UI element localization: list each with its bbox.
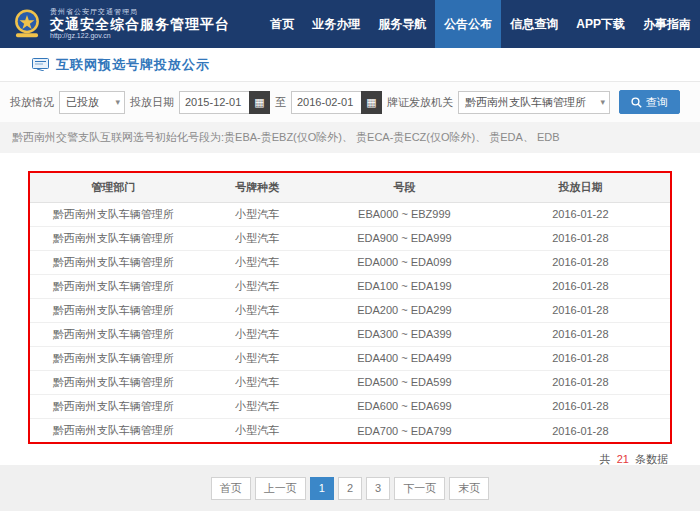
date-range-separator: 至 — [275, 95, 286, 110]
cell-date: 2016-01-28 — [491, 250, 670, 274]
nav-item-home[interactable]: 首页 — [261, 0, 303, 48]
title-bar: 互联网预选号牌投放公示 — [0, 48, 700, 82]
brand-text: 贵州省公安厅交通管理局 交通安全综合服务管理平台 http://gz.122.g… — [50, 8, 230, 40]
cell-plate-type: 小型汽车 — [196, 418, 318, 442]
cell-date: 2016-01-28 — [491, 394, 670, 418]
table-row: 黔西南州支队车辆管理所小型汽车EDA500 ~ EDA5992016-01-28 — [30, 370, 670, 394]
cell-range: EDA000 ~ EDA099 — [318, 250, 491, 274]
column-header: 投放日期 — [491, 173, 670, 202]
cell-date: 2016-01-28 — [491, 226, 670, 250]
record-count-number: 21 — [617, 453, 629, 465]
cell-plate-type: 小型汽车 — [196, 394, 318, 418]
page-button-page-1[interactable]: 1 — [310, 477, 334, 500]
cell-plate-type: 小型汽车 — [196, 346, 318, 370]
cell-range: EDA500 ~ EDA599 — [318, 370, 491, 394]
table-row: 黔西南州支队车辆管理所小型汽车EDA400 ~ EDA4992016-01-28 — [30, 346, 670, 370]
cell-date: 2016-01-28 — [491, 274, 670, 298]
cell-plate-type: 小型汽车 — [196, 202, 318, 226]
page-button-next[interactable]: 下一页 — [394, 477, 445, 500]
site-url: http://gz.122.gov.cn — [50, 32, 230, 40]
cell-dept: 黔西南州支队车辆管理所 — [30, 202, 196, 226]
page-button-page-3[interactable]: 3 — [366, 477, 390, 500]
date-to-group: ▦ — [291, 91, 382, 114]
cell-plate-type: 小型汽车 — [196, 298, 318, 322]
page-title: 互联网预选号牌投放公示 — [56, 56, 210, 74]
cell-date: 2016-01-28 — [491, 298, 670, 322]
status-select[interactable]: 已投放 ▾ — [59, 91, 125, 114]
column-header: 管理部门 — [30, 173, 196, 202]
main-nav: 首页业务办理服务导航公告公布信息查询APP下载办事指南 — [261, 0, 700, 48]
cell-date: 2016-01-28 — [491, 370, 670, 394]
cell-range: EDA400 ~ EDA499 — [318, 346, 491, 370]
record-count-prefix: 共 — [600, 453, 611, 465]
nav-item-app-download[interactable]: APP下载 — [567, 0, 634, 48]
nav-item-service-guide[interactable]: 服务导航 — [369, 0, 435, 48]
chevron-down-icon: ▾ — [115, 97, 120, 107]
table-row: 黔西南州支队车辆管理所小型汽车EDA300 ~ EDA3992016-01-28 — [30, 322, 670, 346]
cell-plate-type: 小型汽车 — [196, 226, 318, 250]
page-button-prev[interactable]: 上一页 — [255, 477, 306, 500]
brand: 贵州省公安厅交通管理局 交通安全综合服务管理平台 http://gz.122.g… — [10, 0, 230, 48]
nav-item-work-guide[interactable]: 办事指南 — [634, 0, 700, 48]
table-row: 黔西南州支队车辆管理所小型汽车EDA900 ~ EDA9992016-01-28 — [30, 226, 670, 250]
chevron-down-icon: ▾ — [600, 97, 605, 107]
agency-name: 贵州省公安厅交通管理局 — [50, 8, 230, 16]
table-row: 黔西南州支队车辆管理所小型汽车EBA000 ~ EBZ9992016-01-22 — [30, 202, 670, 226]
pagination: 首页上一页123下一页末页 — [211, 477, 489, 500]
page-button-page-2[interactable]: 2 — [338, 477, 362, 500]
cell-dept: 黔西南州支队车辆管理所 — [30, 226, 196, 250]
cell-range: EDA300 ~ EDA399 — [318, 322, 491, 346]
cell-dept: 黔西南州支队车辆管理所 — [30, 250, 196, 274]
org-select[interactable]: 黔西南州支队车辆管理所 ▾ — [458, 91, 610, 114]
page-button-last[interactable]: 末页 — [449, 477, 489, 500]
cell-plate-type: 小型汽车 — [196, 250, 318, 274]
header: 贵州省公安厅交通管理局 交通安全综合服务管理平台 http://gz.122.g… — [0, 0, 700, 48]
nav-item-announcements[interactable]: 公告公布 — [435, 0, 501, 48]
cell-dept: 黔西南州支队车辆管理所 — [30, 418, 196, 442]
status-select-value: 已投放 — [66, 95, 99, 110]
search-button[interactable]: 查询 — [619, 90, 680, 114]
cell-range: EDA200 ~ EDA299 — [318, 298, 491, 322]
page-button-first[interactable]: 首页 — [211, 477, 251, 500]
cell-date: 2016-01-22 — [491, 202, 670, 226]
date-to-input[interactable] — [291, 91, 361, 114]
table-header-row: 管理部门号牌种类号段投放日期 — [30, 173, 670, 202]
cell-range: EDA600 ~ EDA699 — [318, 394, 491, 418]
cell-plate-type: 小型汽车 — [196, 322, 318, 346]
column-header: 号段 — [318, 173, 491, 202]
cell-date: 2016-01-28 — [491, 346, 670, 370]
table-row: 黔西南州支队车辆管理所小型汽车EDA700 ~ EDA7992016-01-28 — [30, 418, 670, 442]
table-row: 黔西南州支队车辆管理所小型汽车EDA200 ~ EDA2992016-01-28 — [30, 298, 670, 322]
org-filter-label: 牌证发放机关 — [387, 95, 453, 110]
police-badge-logo — [10, 7, 44, 41]
date-from-group: ▦ — [179, 91, 270, 114]
segment-notice: 黔西南州交警支队互联网选号初始化号段为:贵EBA-贵EBZ(仅O除外)、 贵EC… — [0, 122, 700, 153]
cell-plate-type: 小型汽车 — [196, 370, 318, 394]
nav-item-info-query[interactable]: 信息查询 — [501, 0, 567, 48]
filter-bar: 投放情况 已投放 ▾ 投放日期 ▦ 至 ▦ 牌证发放机关 黔西南州支队车辆管理所… — [0, 82, 700, 122]
calendar-icon[interactable]: ▦ — [361, 91, 382, 114]
cell-dept: 黔西南州支队车辆管理所 — [30, 394, 196, 418]
cell-dept: 黔西南州支队车辆管理所 — [30, 346, 196, 370]
cell-dept: 黔西南州支队车辆管理所 — [30, 298, 196, 322]
date-from-input[interactable] — [179, 91, 249, 114]
cell-dept: 黔西南州支队车辆管理所 — [30, 322, 196, 346]
date-filter-label: 投放日期 — [130, 95, 174, 110]
cell-dept: 黔西南州支队车辆管理所 — [30, 370, 196, 394]
cell-range: EDA700 ~ EDA799 — [318, 418, 491, 442]
cell-range: EDA900 ~ EDA999 — [318, 226, 491, 250]
record-count-suffix: 条数据 — [635, 453, 668, 465]
cell-range: EDA100 ~ EDA199 — [318, 274, 491, 298]
results-table: 管理部门号牌种类号段投放日期 黔西南州支队车辆管理所小型汽车EBA000 ~ E… — [30, 173, 670, 442]
cell-plate-type: 小型汽车 — [196, 274, 318, 298]
table-row: 黔西南州支队车辆管理所小型汽车EDA100 ~ EDA1992016-01-28 — [30, 274, 670, 298]
search-button-label: 查询 — [646, 95, 668, 110]
table-row: 黔西南州支队车辆管理所小型汽车EDA000 ~ EDA0992016-01-28 — [30, 250, 670, 274]
search-icon — [631, 97, 642, 108]
results-table-highlight: 管理部门号牌种类号段投放日期 黔西南州支队车辆管理所小型汽车EBA000 ~ E… — [28, 171, 672, 444]
org-select-value: 黔西南州支队车辆管理所 — [465, 95, 586, 110]
calendar-icon[interactable]: ▦ — [249, 91, 270, 114]
nav-item-business[interactable]: 业务办理 — [303, 0, 369, 48]
cell-dept: 黔西南州支队车辆管理所 — [30, 274, 196, 298]
table-body: 黔西南州支队车辆管理所小型汽车EBA000 ~ EBZ9992016-01-22… — [30, 202, 670, 442]
